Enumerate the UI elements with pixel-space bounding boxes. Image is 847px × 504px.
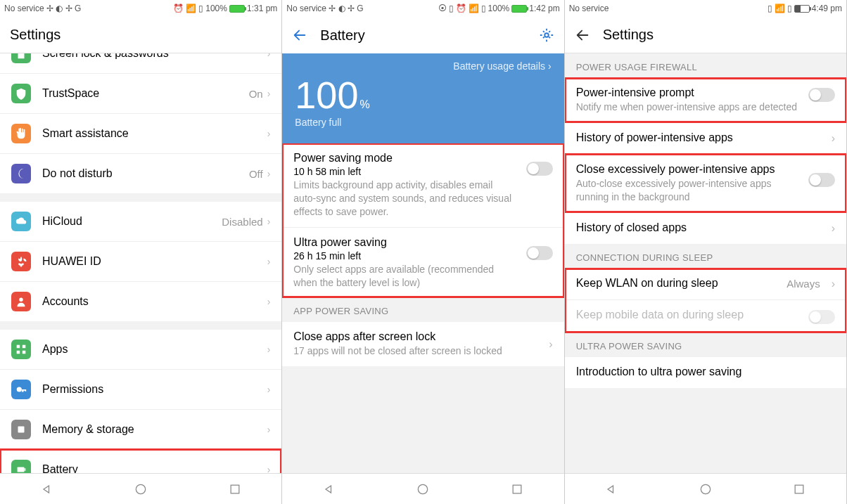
setting-title: Power-intensive prompt xyxy=(576,86,800,99)
settings-row-chip[interactable]: Memory & storage › xyxy=(0,409,281,449)
nav-recent-icon[interactable] xyxy=(792,482,806,496)
wlan-sleep-row[interactable]: Keep WLAN on during sleep Always › xyxy=(565,269,846,299)
svg-rect-3 xyxy=(17,351,20,354)
huawei-icon xyxy=(11,252,31,271)
setting-subtitle: 26 h 15 min left xyxy=(293,250,517,261)
setting-value: Always xyxy=(786,278,820,290)
row-label: TrustSpace xyxy=(42,87,249,100)
nav-back-icon[interactable] xyxy=(604,482,618,496)
ultra-power-toggle[interactable] xyxy=(526,246,553,260)
setting-desc: Limits background app activity, disables… xyxy=(293,179,517,219)
ultra-power-saving-row[interactable]: Ultra power saving 26 h 15 min left Only… xyxy=(282,227,563,298)
connection-sleep-group: Keep WLAN on during sleep Always › Keep … xyxy=(565,269,846,332)
nav-bar xyxy=(282,473,563,504)
settings-scroll[interactable]: POWER USAGE FIREWALL Power-intensive pro… xyxy=(565,53,846,473)
app-bar: Settings xyxy=(0,17,281,53)
svg-rect-6 xyxy=(18,427,25,433)
power-intensive-prompt-row[interactable]: Power-intensive prompt Notify me when po… xyxy=(565,78,846,122)
row-label: Do not disturb xyxy=(42,167,249,180)
svg-point-16 xyxy=(701,484,710,493)
nav-back-icon[interactable] xyxy=(322,482,336,496)
settings-row-cloud[interactable]: HiCloud Disabled › xyxy=(0,202,281,241)
chevron-right-icon: › xyxy=(267,344,271,355)
close-excessive-toggle[interactable] xyxy=(808,173,835,187)
settings-row-moon[interactable]: Do not disturb Off › xyxy=(0,153,281,193)
back-icon[interactable] xyxy=(292,27,307,43)
row-label: HUAWEI ID xyxy=(42,255,267,268)
battery-details-link[interactable]: Battery usage details › xyxy=(295,60,551,72)
section-header-ultra: ULTRA POWER SAVING xyxy=(565,332,846,357)
lock-icon xyxy=(11,53,31,63)
settings-row-key[interactable]: Permissions › xyxy=(0,369,281,409)
intro-ultra-row[interactable]: Introduction to ultra power saving xyxy=(565,357,846,388)
chevron-right-icon: › xyxy=(832,132,835,145)
row-label: Smart assistance xyxy=(42,127,267,140)
chevron-right-icon: › xyxy=(267,216,271,227)
svg-rect-12 xyxy=(231,485,239,493)
settings-row-lock[interactable]: Screen lock & passwords › xyxy=(0,53,281,73)
wifi-icon: 📶 xyxy=(775,4,785,13)
sim-icon: ▯ xyxy=(198,4,203,13)
battery-panel[interactable]: Battery usage details › 100% Battery ful… xyxy=(282,53,563,143)
svg-rect-15 xyxy=(513,485,521,493)
settings-row-grid[interactable]: Apps › xyxy=(0,330,281,369)
section-header-firewall: POWER USAGE FIREWALL xyxy=(565,53,846,78)
settings-row-hand[interactable]: Smart assistance › xyxy=(0,113,281,153)
svg-point-14 xyxy=(419,484,428,493)
settings-list[interactable]: Screen lock & passwords › TrustSpace On … xyxy=(0,53,281,473)
settings-row-user[interactable]: Accounts › xyxy=(0,281,281,321)
setting-title: Ultra power saving xyxy=(293,236,517,249)
power-saving-mode-row[interactable]: Power saving mode 10 h 58 min left Limit… xyxy=(282,143,563,227)
settings-row-shield[interactable]: TrustSpace On › xyxy=(0,73,281,113)
battery-icon xyxy=(11,460,31,473)
vibrate-icon: ▯ xyxy=(768,4,772,13)
status-right: ▯ 📶 ▯ 4:49 pm xyxy=(768,4,842,13)
battery-percent: 100% xyxy=(295,76,551,114)
prompt-toggle[interactable] xyxy=(808,88,835,102)
battery-icon xyxy=(229,5,245,13)
close-excessive-row[interactable]: Close excessively power-intensive apps A… xyxy=(565,154,846,212)
svg-point-5 xyxy=(17,387,22,392)
chevron-right-icon: › xyxy=(267,296,271,307)
nav-home-icon[interactable] xyxy=(699,482,713,496)
shield-icon xyxy=(11,84,31,103)
history-closed-row[interactable]: History of closed apps › xyxy=(565,212,846,244)
mobile-data-toggle xyxy=(808,310,835,324)
row-value: On xyxy=(249,88,263,100)
status-bar: No service ✢ ◐ ✢ G ⏰ 📶 ▯ 100% 1:31 pm xyxy=(0,0,281,17)
hand-icon xyxy=(11,124,31,143)
grid-icon xyxy=(11,340,31,359)
setting-desc: Only select apps are available (recommen… xyxy=(293,263,517,290)
svg-rect-1 xyxy=(17,345,20,349)
row-label: Screen lock & passwords xyxy=(42,53,267,60)
screen-settings: No service ✢ ◐ ✢ G ⏰ 📶 ▯ 100% 1:31 pm Se… xyxy=(0,0,282,504)
section-header-app-power: APP POWER SAVING xyxy=(282,297,563,322)
nav-recent-icon[interactable] xyxy=(228,482,242,496)
nav-home-icon[interactable] xyxy=(134,482,148,496)
nav-back-icon[interactable] xyxy=(40,482,54,496)
close-apps-row[interactable]: Close apps after screen lock 17 apps wil… xyxy=(282,322,563,366)
setting-title: Close apps after screen lock xyxy=(293,330,540,343)
battery-full-label: Battery full xyxy=(295,117,551,128)
nav-home-icon[interactable] xyxy=(416,482,430,496)
battery-scroll[interactable]: Battery usage details › 100% Battery ful… xyxy=(282,53,563,473)
svg-rect-7 xyxy=(18,467,25,472)
page-title: Settings xyxy=(10,27,60,43)
history-power-intensive-row[interactable]: History of power-intensive apps › xyxy=(565,122,846,154)
screen-battery: No service ✢ ◐ ✢ G ⦿ ▯ ⏰ 📶 ▯ 100% 1:42 p… xyxy=(282,0,564,504)
nav-bar xyxy=(0,473,281,504)
gear-icon[interactable] xyxy=(539,27,554,43)
chevron-right-icon: › xyxy=(267,256,271,267)
nav-recent-icon[interactable] xyxy=(510,482,524,496)
mobile-data-sleep-row: Keep mobile data on during sleep xyxy=(565,299,846,332)
section-gap xyxy=(0,321,281,330)
row-label: Apps xyxy=(42,343,267,356)
power-saving-toggle[interactable] xyxy=(526,162,553,176)
chevron-right-icon: › xyxy=(549,338,552,351)
screen-battery-settings: No service ▯ 📶 ▯ 4:49 pm Settings POWER … xyxy=(565,0,847,504)
settings-row-huawei[interactable]: HUAWEI ID › xyxy=(0,241,281,281)
chevron-right-icon: › xyxy=(267,128,271,139)
back-icon[interactable] xyxy=(575,27,590,43)
row-label: Accounts xyxy=(42,295,267,308)
settings-row-battery[interactable]: Battery › xyxy=(0,449,281,473)
